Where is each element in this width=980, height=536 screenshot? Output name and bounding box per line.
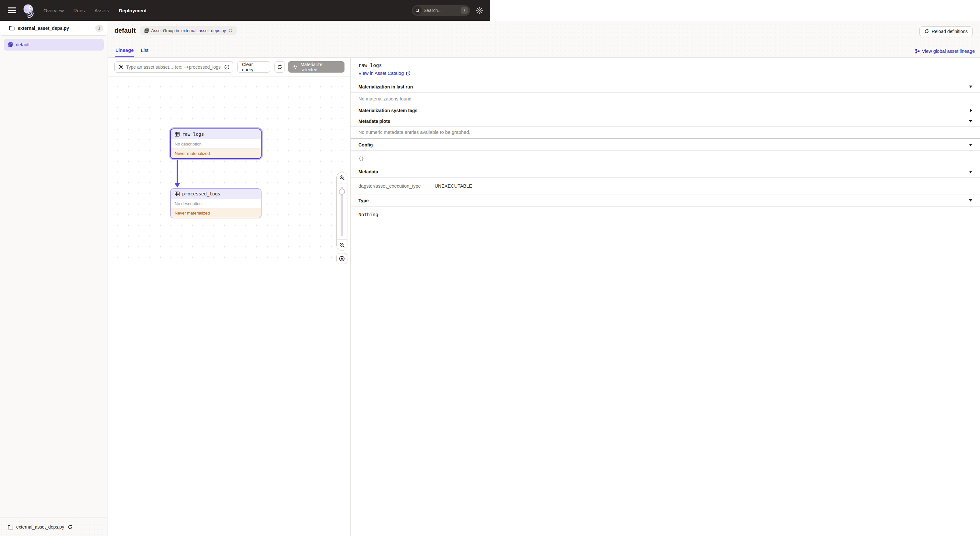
page-title: default [115,27,136,34]
reload-group-icon[interactable] [228,28,233,33]
section-label: Materialization system tags [358,108,417,113]
nav-assets[interactable]: Assets [95,8,109,13]
zoom-slider[interactable] [337,183,347,240]
asset-group-pill: Asset Group in external_asset_deps.py [140,26,237,35]
view-in-asset-catalog-link[interactable]: View in Asset Catalog [358,71,410,76]
primary-nav: Overview Runs Assets Deployment [43,8,146,13]
section-type[interactable]: Type [351,194,490,207]
nav-runs[interactable]: Runs [73,8,85,13]
search-input[interactable] [422,8,461,13]
refresh-graph-button[interactable] [275,61,285,73]
settings-gear-icon[interactable] [476,7,483,14]
catalog-link-label: View in Asset Catalog [358,71,404,76]
asset-node-processed-logs[interactable]: processed_logs No description Never mate… [171,189,261,218]
search-shortcut-badge: / [461,7,468,14]
top-nav: Overview Runs Assets Deployment / [0,0,490,21]
code-location-sidebar: external_asset_deps.py 1 default externa… [0,21,108,268]
lineage-edge [177,160,178,183]
sidebar-item-default-group[interactable]: default [4,39,104,51]
asset-subset-input[interactable] [126,65,222,70]
sidebar-module-row[interactable]: external_asset_deps.py 1 [0,21,108,36]
section-config[interactable]: Config [351,139,490,150]
zoom-controls [336,172,347,251]
config-value: {} [351,150,490,166]
group-pill-text: Asset Group in [151,28,179,33]
info-icon[interactable] [224,65,229,70]
asset-subset-query[interactable] [115,61,233,73]
zoom-in-button[interactable] [337,172,347,183]
section-metadata-plots[interactable]: Metadata plots [351,116,490,126]
zoom-out-button[interactable] [337,240,347,250]
section-label: Metadata plots [358,119,390,124]
node-status-badge: Never materialized [171,208,261,218]
external-link-icon [406,71,410,75]
dagster-logo[interactable] [21,3,35,18]
sidebar-item-label: default [16,42,30,47]
section-materialization-last-run[interactable]: Materialization in last run [351,81,490,92]
asset-lineage-graph[interactable]: raw_logs No description Never materializ… [108,76,350,268]
menu-icon[interactable] [8,8,16,13]
module-label: external_asset_deps.py [18,25,69,31]
materialize-selected-button[interactable]: Materialize selected [288,61,345,73]
nav-overview[interactable]: Overview [43,8,64,13]
metadata-value: UNEXECUTABLE [434,183,472,189]
node-name: processed_logs [182,191,220,196]
last-run-empty-state: No materializations found [351,92,490,105]
section-label: Type [358,198,369,203]
section-metadata[interactable]: Metadata [351,166,490,177]
asset-group-icon [8,42,13,47]
metadata-row: dagster/asset_execution_type UNEXECUTABL… [351,177,490,194]
asset-count-badge: 1 [95,25,103,32]
clear-query-button[interactable]: Clear query [237,61,270,73]
node-description: No description [171,139,261,149]
view-tabs: Lineage List [115,47,148,57]
graph-toolbar: Clear query Materialize selected [108,58,350,76]
op-selector-icon [118,64,124,70]
table-icon [175,191,180,196]
search-icon [413,6,422,14]
panel-asset-name: raw_logs [358,62,490,68]
lineage-edge-arrowhead [174,183,180,188]
refresh-icon [277,65,282,70]
asset-detail-panel: raw_logs View in Asset Catalog Materiali… [350,58,490,268]
metadata-plots-empty-state: No numeric metadata entries available to… [351,126,490,138]
tab-list[interactable]: List [141,47,148,57]
node-name: raw_logs [182,132,204,137]
zoom-slider-thumb[interactable] [339,189,345,195]
table-icon [175,132,180,137]
search-box[interactable]: / [412,5,470,16]
node-status-badge: Never materialized [171,149,261,158]
tab-lineage[interactable]: Lineage [115,47,134,57]
download-graph-button[interactable] [336,253,347,264]
asset-group-icon [144,28,149,33]
section-materialization-system-tags[interactable]: Materialization system tags [351,105,490,116]
page-header: default Asset Group in external_asset_de… [108,21,490,58]
section-label: Config [358,142,373,148]
sparkle-icon [292,64,298,70]
group-pill-link[interactable]: external_asset_deps.py [181,28,226,33]
section-label: Metadata [358,169,378,174]
materialize-selected-label: Materialize selected [301,62,340,72]
node-description: No description [171,199,261,208]
folder-icon [9,25,14,31]
section-label: Materialization in last run [358,84,413,89]
nav-deployment[interactable]: Deployment [119,8,147,13]
type-value: Nothing [351,207,490,268]
asset-node-raw-logs[interactable]: raw_logs No description Never materializ… [171,129,261,158]
metadata-key: dagster/asset_execution_type [358,183,434,189]
